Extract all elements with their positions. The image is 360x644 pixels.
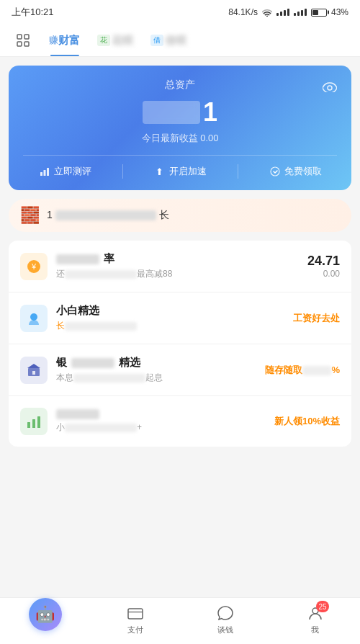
yinjing-info: 银精选 本息起息 [56, 356, 265, 384]
yinjing-icon [20, 357, 48, 384]
svg-rect-3 [24, 42, 29, 46]
assets-actions: 立即测评 ⬆ 开启加速 免费领取 [23, 155, 337, 179]
assets-today: 今日最新收益 0.00 [23, 132, 337, 145]
product-1-value: 24.71 [307, 254, 340, 269]
status-time: 上午10:21 [12, 6, 54, 19]
action-accelerate-label: 开启加速 [169, 165, 207, 178]
yinjing-desc: 本息起息 [56, 372, 265, 384]
assets-amount: 1 [23, 97, 337, 128]
nav-me-label: 我 [311, 625, 319, 635]
status-bar-right: 84.1K/s 43% [228, 7, 348, 17]
svg-rect-2 [17, 42, 22, 46]
product-1-name: 率 [56, 252, 307, 266]
assets-amount-suffix: 1 [203, 97, 217, 128]
product-4-name [56, 409, 274, 419]
tab-borrow-label: 借呗 [165, 34, 186, 48]
svg-rect-6 [43, 170, 45, 176]
tab-wealth[interactable]: 赚 财富 [40, 24, 89, 56]
svg-point-8 [271, 167, 279, 176]
product-4-right: 新人领10%收益 [274, 415, 340, 428]
svg-rect-16 [32, 419, 35, 428]
product-item-1[interactable]: ¥ 率 还最高减88 24.71 0.00 [9, 241, 351, 292]
yinjing-name: 银精选 [56, 356, 265, 370]
promo-banner[interactable]: 🧱 1 长 [9, 199, 351, 232]
tab-borrow[interactable]: 借 借呗 [142, 24, 195, 56]
action-accelerate[interactable]: ⬆ 开启加速 [154, 164, 207, 179]
svg-marker-13 [27, 364, 40, 368]
svg-text:¥: ¥ [31, 262, 37, 271]
xiaobai-info: 小白精选 长 [56, 304, 293, 332]
svg-rect-18 [128, 609, 143, 619]
product-4-tag: 新人领10%收益 [274, 415, 340, 428]
wifi-icon [262, 8, 272, 17]
tab-wealth-prefix: 赚 [49, 34, 58, 47]
product-item-yinjing[interactable]: 银精选 本息起息 随存随取% [9, 344, 351, 396]
svg-rect-14 [32, 371, 35, 375]
yinjing-desc-blurred [73, 374, 145, 383]
product-4-desc: 小+ [56, 421, 274, 434]
assets-title: 总资产 [23, 79, 337, 91]
svg-rect-15 [27, 422, 30, 428]
xiaobai-name: 小白精选 [56, 304, 293, 318]
svg-rect-1 [24, 35, 29, 39]
product-4-name-blurred [56, 409, 99, 419]
tab-flower[interactable]: 花 花呗 [89, 24, 142, 56]
product-1-right: 24.71 0.00 [307, 254, 340, 279]
xiaobai-desc-blurred [65, 322, 137, 331]
action-receive[interactable]: 免费领取 [269, 164, 322, 179]
pay-icon [126, 604, 145, 622]
status-bar: 上午10:21 84.1K/s 43% [0, 0, 360, 24]
yinjing-name-blurred [71, 358, 114, 368]
tab-flower-label: 花呗 [112, 34, 133, 48]
nav-me[interactable]: 25 我 [290, 604, 341, 635]
nav-talk[interactable]: 谈钱 [200, 604, 251, 635]
xiaobai-right: 工资好去处 [293, 312, 340, 325]
svg-rect-7 [47, 168, 49, 176]
bot-icon: 🤖 [29, 598, 62, 631]
product-1-name-blurred [56, 254, 99, 264]
product-1-sub: 0.00 [307, 269, 340, 279]
divider-1 [122, 164, 123, 179]
action-evaluate-label: 立即测评 [54, 165, 91, 178]
nav-pay[interactable]: 支付 [110, 604, 161, 635]
me-badge: 25 [316, 601, 328, 612]
assets-today-value: 0.00 [200, 133, 218, 143]
evaluate-icon [39, 166, 50, 177]
battery-percent: 43% [331, 7, 348, 17]
bottom-navigation: 🤖 支付 谈钱 25 我 [0, 597, 360, 644]
signal-icon-2 [294, 9, 307, 16]
main-content: 总资产 1 今日最新收益 0.00 立即测评 ⬆ [0, 57, 360, 504]
xiaobai-icon [20, 305, 48, 332]
accelerate-icon: ⬆ [154, 166, 166, 177]
receive-icon [269, 166, 281, 177]
expand-button[interactable] [12, 24, 35, 56]
xiaobai-desc: 长 [56, 320, 293, 332]
product-4-icon [20, 408, 48, 435]
tab-flower-tag: 花 [97, 35, 110, 46]
svg-rect-17 [37, 416, 40, 428]
yinjing-rate-blurred [302, 366, 331, 375]
product-item-xiaobai[interactable]: 小白精选 长 工资好去处 [9, 292, 351, 344]
product-1-icon: ¥ [20, 253, 48, 280]
tab-borrow-tag: 借 [150, 35, 163, 46]
battery-icon [311, 9, 327, 17]
nav-talk-label: 谈钱 [217, 625, 233, 635]
xiaobai-name-text: 小白精选 [56, 304, 99, 318]
divider-2 [238, 164, 238, 179]
action-receive-label: 免费领取 [284, 165, 322, 178]
assets-today-label: 今日最新收益 [142, 133, 198, 143]
product-4-info: 小+ [56, 409, 274, 434]
svg-point-11 [30, 313, 37, 321]
product-item-4[interactable]: 小+ 新人领10%收益 [9, 396, 351, 447]
action-evaluate[interactable]: 立即测评 [39, 164, 91, 179]
promo-text: 1 长 [47, 209, 169, 222]
nav-bot[interactable]: 🤖 [20, 609, 71, 631]
xiaobai-tag: 工资好去处 [293, 312, 340, 325]
svg-rect-19 [128, 611, 143, 613]
network-speed: 84.1K/s [228, 7, 258, 17]
svg-rect-5 [40, 172, 42, 176]
signal-icon [276, 9, 289, 16]
tab-wealth-label: 财富 [58, 34, 80, 48]
tab-navigation: 赚 财富 花 花呗 借 借呗 [0, 24, 360, 57]
promo-emoji: 🧱 [20, 206, 40, 225]
